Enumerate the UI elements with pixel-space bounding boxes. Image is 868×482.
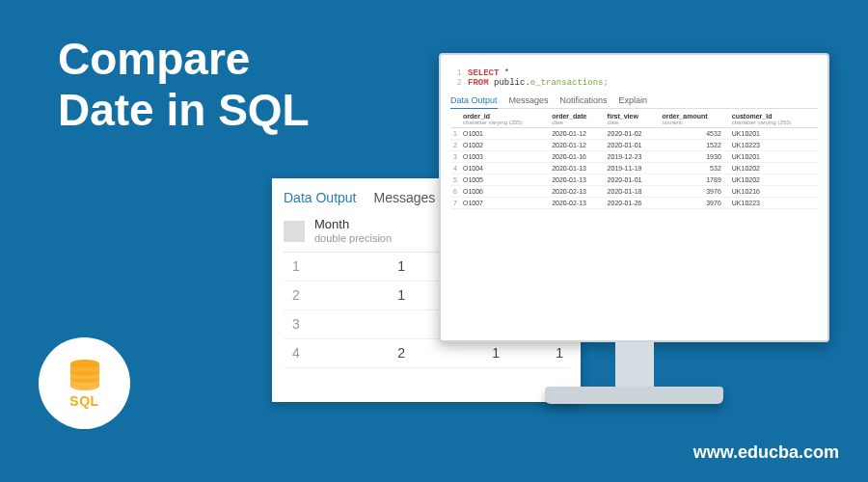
tab-messages[interactable]: Messages (509, 95, 549, 105)
table-name: e_transactions; (530, 78, 609, 88)
result-tabs: Data Output Messages Notifications Expla… (450, 95, 818, 109)
column-header-month: Month double precision (314, 217, 392, 246)
monitor-stand-neck (615, 342, 654, 387)
table-row: 7O10072020-02-132020-01-263976UK10223 (450, 198, 818, 209)
tab-explain[interactable]: Explain (619, 95, 648, 105)
tab-data-output[interactable]: Data Output (450, 95, 498, 109)
column-type: double precision (314, 232, 392, 246)
database-icon (67, 359, 103, 391)
monitor-stand-base (545, 387, 723, 404)
sql-code-editor: 1SELECT * 2FROM public.e_transactions; (450, 65, 818, 95)
results-table: order_idcharacter varying (255) order_da… (450, 111, 818, 209)
tab-notifications[interactable]: Notifications (560, 95, 608, 105)
col-order-id: order_idcharacter varying (255) (460, 111, 549, 128)
results-body: 1O10012020-01-122020-01-024532UK10201 2O… (450, 128, 818, 209)
table-row: 1O10012020-01-122020-01-024532UK10201 (450, 128, 818, 140)
col-order-amount: order_amountnumeric (660, 111, 729, 128)
table-row: 5O10052020-01-132020-01-011789UK10202 (450, 174, 818, 186)
tab-messages[interactable]: Messages (374, 190, 436, 205)
col-first-view: first_viewdate (605, 111, 660, 128)
monitor-screen: 1SELECT * 2FROM public.e_transactions; D… (439, 53, 829, 342)
table-row: 3O10032020-01-162019-12-231930UK10201 (450, 151, 818, 163)
monitor: 1SELECT * 2FROM public.e_transactions; D… (439, 53, 829, 404)
col-customer-id: customer_idcharacter varying (255) (729, 111, 818, 128)
logo-text: SQL (69, 393, 98, 409)
column-name: Month (314, 217, 392, 232)
sql-logo: SQL (39, 337, 130, 429)
table-row: 6O10062020-02-132020-01-183976UK10216 (450, 186, 818, 198)
table-corner (284, 221, 305, 242)
page-title: Compare Date in SQL (58, 34, 310, 136)
col-order-date: order_datedate (549, 111, 604, 128)
kw-select: SELECT (468, 68, 499, 78)
table-row: 2O10022020-01-122020-01-011522UK10223 (450, 140, 818, 151)
footer-url: www.educba.com (693, 442, 839, 463)
tab-data-output[interactable]: Data Output (284, 190, 357, 205)
kw-from: FROM (468, 78, 489, 88)
title-line1: Compare (58, 34, 250, 84)
title-line2: Date in SQL (58, 85, 310, 135)
table-row: 4O10042020-01-132019-11-19532UK10202 (450, 163, 818, 174)
